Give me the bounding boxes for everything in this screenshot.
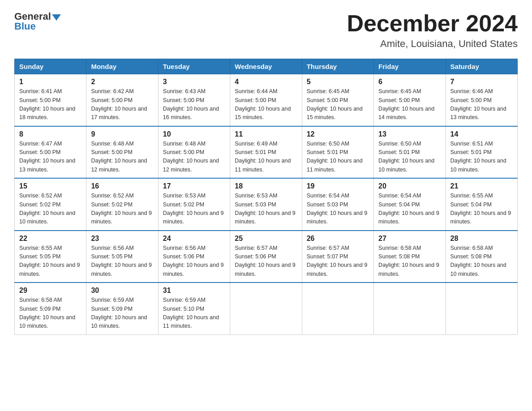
day-number: 20 bbox=[378, 182, 441, 190]
day-cell: 2Sunrise: 6:42 AMSunset: 5:00 PMDaylight… bbox=[86, 74, 158, 126]
day-number: 7 bbox=[450, 78, 513, 86]
day-cell: 3Sunrise: 6:43 AMSunset: 5:00 PMDaylight… bbox=[158, 74, 230, 126]
header-friday: Friday bbox=[374, 59, 446, 74]
day-cell: 24Sunrise: 6:56 AMSunset: 5:06 PMDayligh… bbox=[158, 231, 230, 283]
day-info: Sunrise: 6:48 AMSunset: 5:00 PMDaylight:… bbox=[163, 140, 225, 175]
day-cell: 9Sunrise: 6:48 AMSunset: 5:00 PMDaylight… bbox=[86, 126, 158, 179]
day-info: Sunrise: 6:49 AMSunset: 5:01 PMDaylight:… bbox=[235, 140, 297, 175]
day-cell: 17Sunrise: 6:53 AMSunset: 5:02 PMDayligh… bbox=[158, 178, 230, 231]
day-cell: 6Sunrise: 6:45 AMSunset: 5:00 PMDaylight… bbox=[374, 74, 446, 126]
location-title: Amite, Louisiana, United States bbox=[347, 38, 518, 50]
day-number: 9 bbox=[91, 130, 153, 138]
week-row-2: 8Sunrise: 6:47 AMSunset: 5:00 PMDaylight… bbox=[15, 126, 518, 179]
day-info: Sunrise: 6:57 AMSunset: 5:07 PMDaylight:… bbox=[307, 244, 369, 279]
day-number: 29 bbox=[19, 287, 82, 295]
day-cell: 20Sunrise: 6:54 AMSunset: 5:04 PMDayligh… bbox=[374, 178, 446, 231]
day-number: 2 bbox=[91, 78, 153, 86]
week-row-5: 29Sunrise: 6:58 AMSunset: 5:09 PMDayligh… bbox=[15, 283, 518, 334]
logo: General Blue bbox=[14, 11, 62, 32]
day-cell: 15Sunrise: 6:52 AMSunset: 5:02 PMDayligh… bbox=[15, 178, 86, 231]
day-info: Sunrise: 6:48 AMSunset: 5:00 PMDaylight:… bbox=[91, 140, 153, 175]
day-cell: 18Sunrise: 6:53 AMSunset: 5:03 PMDayligh… bbox=[230, 178, 302, 231]
day-number: 12 bbox=[307, 130, 369, 138]
day-info: Sunrise: 6:45 AMSunset: 5:00 PMDaylight:… bbox=[378, 87, 441, 122]
day-info: Sunrise: 6:54 AMSunset: 5:04 PMDaylight:… bbox=[378, 192, 441, 227]
day-number: 24 bbox=[163, 235, 225, 243]
header-saturday: Saturday bbox=[446, 59, 517, 74]
day-number: 17 bbox=[163, 182, 225, 190]
day-cell: 14Sunrise: 6:51 AMSunset: 5:01 PMDayligh… bbox=[446, 126, 517, 179]
day-info: Sunrise: 6:50 AMSunset: 5:01 PMDaylight:… bbox=[307, 140, 369, 175]
day-cell bbox=[230, 283, 302, 334]
day-info: Sunrise: 6:59 AMSunset: 5:10 PMDaylight:… bbox=[163, 296, 225, 331]
day-cell: 25Sunrise: 6:57 AMSunset: 5:06 PMDayligh… bbox=[230, 231, 302, 283]
day-info: Sunrise: 6:45 AMSunset: 5:00 PMDaylight:… bbox=[307, 87, 369, 122]
day-number: 19 bbox=[307, 182, 369, 190]
day-number: 1 bbox=[19, 78, 82, 86]
day-number: 30 bbox=[91, 287, 153, 295]
day-cell: 28Sunrise: 6:58 AMSunset: 5:08 PMDayligh… bbox=[446, 231, 517, 283]
day-info: Sunrise: 6:53 AMSunset: 5:03 PMDaylight:… bbox=[235, 192, 297, 227]
day-number: 26 bbox=[307, 235, 369, 243]
day-info: Sunrise: 6:51 AMSunset: 5:01 PMDaylight:… bbox=[450, 140, 513, 175]
title-area: December 2024 Amite, Louisiana, United S… bbox=[347, 11, 518, 50]
day-info: Sunrise: 6:52 AMSunset: 5:02 PMDaylight:… bbox=[19, 192, 82, 227]
header-wednesday: Wednesday bbox=[230, 59, 302, 74]
day-info: Sunrise: 6:56 AMSunset: 5:06 PMDaylight:… bbox=[163, 244, 225, 279]
day-number: 6 bbox=[378, 78, 441, 86]
day-cell: 7Sunrise: 6:46 AMSunset: 5:00 PMDaylight… bbox=[446, 74, 517, 126]
day-info: Sunrise: 6:44 AMSunset: 5:00 PMDaylight:… bbox=[235, 87, 297, 122]
day-number: 8 bbox=[19, 130, 82, 138]
day-info: Sunrise: 6:43 AMSunset: 5:00 PMDaylight:… bbox=[163, 87, 225, 122]
day-number: 25 bbox=[235, 235, 297, 243]
day-cell: 21Sunrise: 6:55 AMSunset: 5:04 PMDayligh… bbox=[446, 178, 517, 231]
day-cell bbox=[302, 283, 373, 334]
day-info: Sunrise: 6:57 AMSunset: 5:06 PMDaylight:… bbox=[235, 244, 297, 279]
day-number: 14 bbox=[450, 130, 513, 138]
day-info: Sunrise: 6:55 AMSunset: 5:05 PMDaylight:… bbox=[19, 244, 82, 279]
day-info: Sunrise: 6:50 AMSunset: 5:01 PMDaylight:… bbox=[378, 140, 441, 175]
logo-blue-text: Blue bbox=[14, 21, 36, 32]
day-info: Sunrise: 6:46 AMSunset: 5:00 PMDaylight:… bbox=[450, 87, 513, 122]
day-cell: 10Sunrise: 6:48 AMSunset: 5:00 PMDayligh… bbox=[158, 126, 230, 179]
day-info: Sunrise: 6:58 AMSunset: 5:08 PMDaylight:… bbox=[450, 244, 513, 279]
day-number: 10 bbox=[163, 130, 225, 138]
day-info: Sunrise: 6:58 AMSunset: 5:09 PMDaylight:… bbox=[19, 296, 82, 331]
day-cell: 31Sunrise: 6:59 AMSunset: 5:10 PMDayligh… bbox=[158, 283, 230, 334]
day-info: Sunrise: 6:58 AMSunset: 5:08 PMDaylight:… bbox=[378, 244, 441, 279]
day-cell: 5Sunrise: 6:45 AMSunset: 5:00 PMDaylight… bbox=[302, 74, 373, 126]
day-cell: 23Sunrise: 6:56 AMSunset: 5:05 PMDayligh… bbox=[86, 231, 158, 283]
day-number: 22 bbox=[19, 235, 82, 243]
calendar-table: SundayMondayTuesdayWednesdayThursdayFrid… bbox=[14, 59, 518, 335]
day-info: Sunrise: 6:41 AMSunset: 5:00 PMDaylight:… bbox=[19, 87, 82, 122]
day-info: Sunrise: 6:47 AMSunset: 5:00 PMDaylight:… bbox=[19, 140, 82, 175]
day-cell: 19Sunrise: 6:54 AMSunset: 5:03 PMDayligh… bbox=[302, 178, 373, 231]
week-row-4: 22Sunrise: 6:55 AMSunset: 5:05 PMDayligh… bbox=[15, 231, 518, 283]
day-info: Sunrise: 6:52 AMSunset: 5:02 PMDaylight:… bbox=[91, 192, 153, 227]
day-cell: 8Sunrise: 6:47 AMSunset: 5:00 PMDaylight… bbox=[15, 126, 86, 179]
header-row: SundayMondayTuesdayWednesdayThursdayFrid… bbox=[15, 59, 518, 74]
day-cell: 4Sunrise: 6:44 AMSunset: 5:00 PMDaylight… bbox=[230, 74, 302, 126]
day-number: 21 bbox=[450, 182, 513, 190]
day-number: 15 bbox=[19, 182, 82, 190]
header-sunday: Sunday bbox=[15, 59, 86, 74]
day-cell: 30Sunrise: 6:59 AMSunset: 5:09 PMDayligh… bbox=[86, 283, 158, 334]
day-cell: 26Sunrise: 6:57 AMSunset: 5:07 PMDayligh… bbox=[302, 231, 373, 283]
day-cell: 1Sunrise: 6:41 AMSunset: 5:00 PMDaylight… bbox=[15, 74, 86, 126]
header-tuesday: Tuesday bbox=[158, 59, 230, 74]
day-number: 13 bbox=[378, 130, 441, 138]
day-info: Sunrise: 6:56 AMSunset: 5:05 PMDaylight:… bbox=[91, 244, 153, 279]
day-number: 27 bbox=[378, 235, 441, 243]
day-number: 16 bbox=[91, 182, 153, 190]
day-info: Sunrise: 6:54 AMSunset: 5:03 PMDaylight:… bbox=[307, 192, 369, 227]
day-cell bbox=[374, 283, 446, 334]
day-cell: 27Sunrise: 6:58 AMSunset: 5:08 PMDayligh… bbox=[374, 231, 446, 283]
day-cell: 13Sunrise: 6:50 AMSunset: 5:01 PMDayligh… bbox=[374, 126, 446, 179]
day-cell: 11Sunrise: 6:49 AMSunset: 5:01 PMDayligh… bbox=[230, 126, 302, 179]
day-cell: 29Sunrise: 6:58 AMSunset: 5:09 PMDayligh… bbox=[15, 283, 86, 334]
day-number: 18 bbox=[235, 182, 297, 190]
day-info: Sunrise: 6:53 AMSunset: 5:02 PMDaylight:… bbox=[163, 192, 225, 227]
week-row-3: 15Sunrise: 6:52 AMSunset: 5:02 PMDayligh… bbox=[15, 178, 518, 231]
day-cell: 16Sunrise: 6:52 AMSunset: 5:02 PMDayligh… bbox=[86, 178, 158, 231]
day-number: 3 bbox=[163, 78, 225, 86]
